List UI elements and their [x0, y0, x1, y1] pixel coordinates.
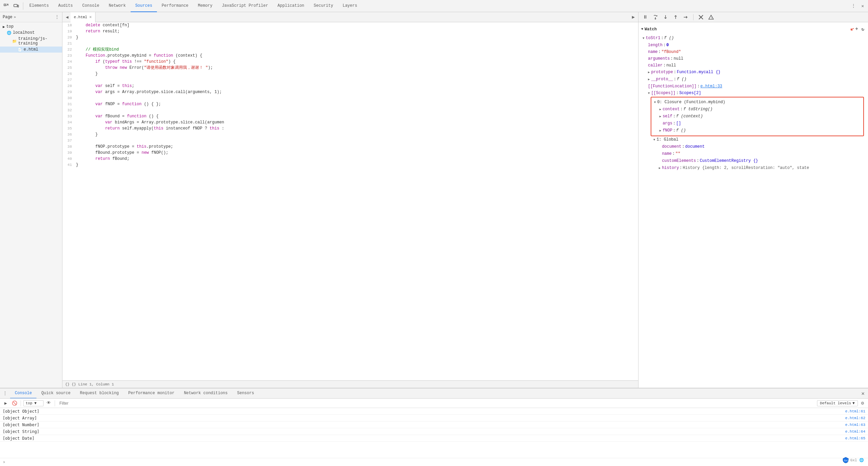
- tree-label-training: training/js-training: [18, 36, 59, 46]
- file-tree: ▶ top 🌐 localhost 📁 training/js-training…: [0, 22, 62, 388]
- tab-performance-monitor[interactable]: Performance monitor: [124, 388, 179, 399]
- console-source-1[interactable]: e.html:61: [843, 409, 865, 413]
- console-msg-2: [object Array]: [3, 416, 843, 420]
- expand-self-icon[interactable]: ▶: [659, 114, 661, 120]
- step-over-button[interactable]: [651, 13, 659, 21]
- log-levels-selector[interactable]: Default levels ▼: [817, 400, 858, 406]
- tab-performance[interactable]: Performance: [157, 0, 193, 12]
- context-selector[interactable]: top ▼: [23, 400, 44, 406]
- tab-application[interactable]: Application: [273, 0, 309, 12]
- tab-request-blocking[interactable]: Request blocking: [75, 388, 124, 399]
- step-button[interactable]: [682, 13, 690, 21]
- expand-global-icon[interactable]: ▼: [653, 137, 655, 143]
- tree-item-training[interactable]: 📁 training/js-training: [0, 36, 62, 47]
- refresh-watch-button[interactable]: ↻: [861, 26, 865, 32]
- sidebar-expand-icon[interactable]: »: [14, 15, 16, 19]
- close-bottom-panel-button[interactable]: ✕: [858, 390, 868, 397]
- expand-tostr1-icon[interactable]: ▼: [643, 35, 644, 41]
- tree-item-localhost[interactable]: 🌐 localhost: [0, 30, 62, 36]
- tree-label-localhost: localhost: [13, 30, 35, 35]
- expand-scopes-icon[interactable]: ▼: [648, 90, 650, 96]
- tab-sensors[interactable]: Sensors: [233, 388, 259, 399]
- scope-tostr1[interactable]: ▼ toStr1 : f (): [640, 35, 867, 42]
- expand-proto-icon[interactable]: ▶: [648, 77, 650, 83]
- scope-global-header[interactable]: ▼ 1: Global: [640, 136, 867, 143]
- tab-network[interactable]: Network: [104, 0, 130, 12]
- scope-closure-header[interactable]: ▼ 0: Closure (Function.mybind): [651, 99, 863, 106]
- eye-button[interactable]: 👁: [45, 400, 52, 407]
- expand-closure-icon[interactable]: ▼: [654, 99, 656, 106]
- tree-item-top[interactable]: ▶ top: [0, 24, 62, 30]
- console-row-5: [object Date] e.html:65: [0, 435, 868, 442]
- expand-context-icon[interactable]: ▶: [659, 107, 661, 113]
- pause-on-exception-button[interactable]: !: [707, 13, 715, 21]
- chevron-icon: ▶: [3, 25, 5, 29]
- console-row-4: [object String] e.html:64: [0, 428, 868, 435]
- scope-context[interactable]: ▶ context : f toString(): [651, 106, 863, 113]
- code-line-31: 31 var fNOP = function () { };: [62, 101, 638, 107]
- console-msg-3: [object Number]: [3, 423, 843, 427]
- console-settings-icon[interactable]: ⚙: [859, 400, 866, 406]
- scope-prototype[interactable]: ▶ prototype : Function.mycall {}: [640, 69, 867, 76]
- tab-audits[interactable]: Audits: [54, 0, 78, 12]
- console-source-3[interactable]: e.html:63: [843, 423, 865, 427]
- step-into-button[interactable]: [661, 13, 670, 21]
- execute-console-button[interactable]: ▶: [2, 400, 9, 407]
- clear-console-button[interactable]: 🚫: [11, 400, 18, 407]
- code-status-bar: {} {} Line 1, Column 1: [62, 380, 638, 388]
- scope-scopes-header[interactable]: ▼ [[Scopes]] : Scopes[2]: [640, 90, 867, 97]
- expand-history-icon[interactable]: ▶: [659, 165, 660, 171]
- watch-title: Watch: [645, 27, 830, 32]
- step-out-button[interactable]: [672, 13, 680, 21]
- pause-button[interactable]: ⏸: [641, 13, 649, 21]
- console-source-5[interactable]: e.html:65: [843, 436, 865, 440]
- console-input[interactable]: [7, 460, 865, 465]
- deactivate-breakpoints-button[interactable]: [697, 13, 705, 21]
- watch-collapse-icon: ▼: [641, 27, 643, 31]
- code-content[interactable]: 18 delete context[fn] 19 return result; …: [62, 22, 638, 380]
- tab-quick-source[interactable]: Quick source: [36, 388, 75, 399]
- code-tab-close-icon[interactable]: ✕: [89, 14, 91, 20]
- watermark: Gxl Gxl 🌐: [842, 457, 864, 463]
- code-line-33: 33 var fBound = function () {: [62, 113, 638, 119]
- code-line-19: 19 return result;: [62, 28, 638, 34]
- bottom-panel-icon[interactable]: ⋮: [0, 390, 10, 396]
- tab-layers[interactable]: Layers: [338, 0, 362, 12]
- tab-security[interactable]: Security: [309, 0, 338, 12]
- code-line-39: 39 fBound.prototype = new fNOP();: [62, 150, 638, 156]
- tree-item-ehtml[interactable]: 📄 e.html: [0, 47, 62, 53]
- console-filter-input[interactable]: [57, 400, 816, 406]
- expand-prototype-icon[interactable]: ▶: [648, 69, 650, 76]
- console-row-1: [object Object] e.html:61: [0, 408, 868, 415]
- nav-back-icon[interactable]: ◀: [64, 14, 71, 21]
- code-line-29: 29 var args = Array.prototype.slice.call…: [62, 89, 638, 95]
- scope-proto[interactable]: ▶ __proto__ : f (): [640, 76, 867, 83]
- console-row-3: [object Number] e.html:63: [0, 421, 868, 428]
- format-code-icon[interactable]: ▶: [630, 14, 637, 20]
- scope-self[interactable]: ▶ self : f (context): [651, 113, 863, 120]
- console-source-2[interactable]: e.html:62: [843, 416, 865, 420]
- expand-fnop-icon[interactable]: ▶: [659, 128, 661, 134]
- device-toggle-icon[interactable]: [11, 1, 21, 11]
- scope-history[interactable]: ▶ history : History {length: 2, scrollRe…: [640, 165, 867, 172]
- tab-console[interactable]: Console: [78, 0, 104, 12]
- code-tab-ehtml[interactable]: e.html ✕: [71, 12, 96, 22]
- console-source-4[interactable]: e.html:64: [843, 430, 865, 434]
- scope-tree: ▼ toStr1 : f () length : 0 name :: [639, 35, 868, 172]
- scope-custom-elements: ▶ customElements : CustomElementRegistry…: [640, 157, 867, 165]
- more-options-icon[interactable]: ⋮: [848, 3, 859, 9]
- tab-memory[interactable]: Memory: [193, 0, 217, 12]
- tab-console-bottom[interactable]: Console: [10, 388, 36, 399]
- tab-sources[interactable]: Sources: [131, 0, 157, 12]
- inspect-icon[interactable]: [1, 1, 11, 11]
- tab-network-conditions[interactable]: Network conditions: [179, 388, 233, 399]
- main-nav-tabs: Elements Audits Console Network Sources …: [25, 0, 362, 12]
- watch-section-header[interactable]: ▼ Watch ➜ + ↻: [639, 24, 868, 35]
- scope-caller: caller : null: [640, 62, 867, 69]
- close-devtools-icon[interactable]: ✕: [859, 3, 867, 9]
- scope-fnop[interactable]: ▶ fNOP : f (): [651, 127, 863, 134]
- levels-label: Default levels: [820, 401, 851, 405]
- sidebar-menu-icon[interactable]: ⋮: [55, 14, 59, 20]
- tab-elements[interactable]: Elements: [25, 0, 54, 12]
- tab-js-profiler[interactable]: JavaScript Profiler: [217, 0, 273, 12]
